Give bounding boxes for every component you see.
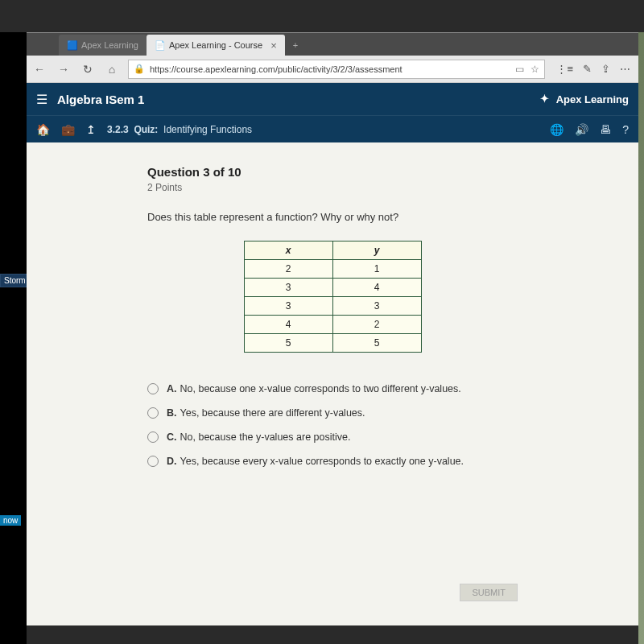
back-icon[interactable]: ← xyxy=(31,63,47,76)
quiz-label: Quiz: xyxy=(134,124,158,135)
radio-icon[interactable] xyxy=(147,383,159,394)
table-cell: 1 xyxy=(332,260,421,279)
brand-text: Apex Learning xyxy=(556,93,629,105)
data-table: xy 2134334255 xyxy=(244,241,422,353)
table-cell: 4 xyxy=(244,316,332,334)
table-cell: 3 xyxy=(244,279,332,297)
share-icon[interactable]: ⇪ xyxy=(601,63,610,75)
tab-close-icon[interactable]: × xyxy=(270,39,277,52)
answer-choice[interactable]: B.Yes, because there are different y-val… xyxy=(147,401,518,425)
question-content: Question 3 of 10 2 Points Does this tabl… xyxy=(27,142,638,625)
address-bar: ← → ↻ ⌂ 🔒 https://course.apexlearning.co… xyxy=(27,56,638,83)
question-prompt: Does this table represent a function? Wh… xyxy=(147,211,518,223)
table-row: 42 xyxy=(244,316,421,334)
nav-home-icon[interactable]: 🏠 xyxy=(36,123,50,136)
table-header: x xyxy=(244,242,332,260)
choice-text: No, because the y-values are positive. xyxy=(180,431,351,443)
choice-text: Yes, because every x-value corresponds t… xyxy=(180,456,464,467)
tab-active-label: Apex Learning - Course xyxy=(169,40,262,50)
menu-icon[interactable]: ☰ xyxy=(36,92,47,107)
browser-window: 🟦 Apex Learning 📄 Apex Learning - Course… xyxy=(27,32,638,625)
choice-letter: C. xyxy=(167,431,177,443)
favorites-icon[interactable]: ⋮≡ xyxy=(556,63,573,75)
radio-icon[interactable] xyxy=(147,431,159,443)
nav-up-icon[interactable]: ↥ xyxy=(86,123,96,136)
answer-choices: A.No, because one x-value corresponds to… xyxy=(147,377,518,473)
answer-choice[interactable]: D.Yes, because every x-value corresponds… xyxy=(147,449,518,473)
radio-icon[interactable] xyxy=(147,407,159,419)
sidebar-badge: Storm xyxy=(0,274,30,287)
more-icon[interactable]: ⋯ xyxy=(620,63,630,75)
table-header: y xyxy=(332,242,421,260)
question-points: 2 Points xyxy=(147,182,518,193)
desktop-edge xyxy=(638,32,644,644)
table-row: 33 xyxy=(244,297,421,316)
radio-icon[interactable] xyxy=(147,456,159,467)
sidebar-now-badge: now xyxy=(0,515,21,526)
help-icon[interactable]: ? xyxy=(622,123,629,136)
new-tab-button[interactable]: + xyxy=(285,35,306,56)
print-icon[interactable]: 🖶 xyxy=(600,123,611,136)
tab-active[interactable]: 📄 Apex Learning - Course × xyxy=(147,35,285,56)
choice-text: Yes, because there are different y-value… xyxy=(180,407,365,419)
notes-icon[interactable]: ✎ xyxy=(583,63,592,75)
sub-header: 🏠 💼 ↥ 3.2.3 Quiz: Identifying Functions … xyxy=(27,115,638,142)
url-text: https://course.apexlearning.com/public/a… xyxy=(150,64,402,74)
choice-letter: B. xyxy=(167,407,177,419)
table-cell: 5 xyxy=(332,334,421,353)
tab-inactive-label: Apex Learning xyxy=(81,40,138,50)
table-cell: 2 xyxy=(244,260,332,279)
app-header: ☰ Algebra ISem 1 ✦ Apex Learning xyxy=(27,83,638,115)
refresh-icon[interactable]: ↻ xyxy=(80,63,96,76)
star-icon[interactable]: ☆ xyxy=(530,64,539,75)
answer-choice[interactable]: C.No, because the y-values are positive. xyxy=(147,425,518,449)
table-cell: 5 xyxy=(244,334,332,353)
tab-bar: 🟦 Apex Learning 📄 Apex Learning - Course… xyxy=(27,33,638,56)
tab-inactive[interactable]: 🟦 Apex Learning xyxy=(59,35,147,56)
os-sidebar xyxy=(0,32,27,644)
tab-favicon-icon: 🟦 xyxy=(67,40,76,50)
lock-icon: 🔒 xyxy=(134,64,145,74)
table-cell: 4 xyxy=(332,279,421,297)
forward-icon[interactable]: → xyxy=(56,63,72,76)
brand: ✦ Apex Learning xyxy=(540,93,629,105)
table-cell: 3 xyxy=(332,297,421,316)
url-input[interactable]: 🔒 https://course.apexlearning.com/public… xyxy=(128,60,545,79)
reader-icon[interactable]: ▭ xyxy=(515,64,524,75)
tab-favicon-icon: 📄 xyxy=(155,40,164,50)
question-title: Question 3 of 10 xyxy=(147,165,518,179)
home-icon[interactable]: ⌂ xyxy=(104,63,120,76)
audio-icon[interactable]: 🔊 xyxy=(575,123,588,136)
submit-button[interactable]: SUBMIT xyxy=(460,584,518,601)
table-row: 55 xyxy=(244,334,421,353)
quiz-title: Identifying Functions xyxy=(163,124,252,135)
table-cell: 3 xyxy=(244,297,332,316)
brand-logo-icon: ✦ xyxy=(540,93,553,105)
choice-text: No, because one x-value corresponds to t… xyxy=(180,383,461,394)
table-row: 34 xyxy=(244,279,421,297)
breadcrumb-number: 3.2.3 xyxy=(107,124,129,135)
browser-controls: ⋮≡ ✎ ⇪ ⋯ xyxy=(553,63,634,75)
answer-choice[interactable]: A.No, because one x-value corresponds to… xyxy=(147,377,518,401)
table-cell: 2 xyxy=(332,316,421,334)
course-title: Algebra ISem 1 xyxy=(57,93,144,106)
choice-letter: D. xyxy=(167,456,177,467)
nav-briefcase-icon[interactable]: 💼 xyxy=(61,123,75,136)
translate-icon[interactable]: 🌐 xyxy=(550,123,564,136)
table-row: 21 xyxy=(244,260,421,279)
choice-letter: A. xyxy=(167,383,177,394)
